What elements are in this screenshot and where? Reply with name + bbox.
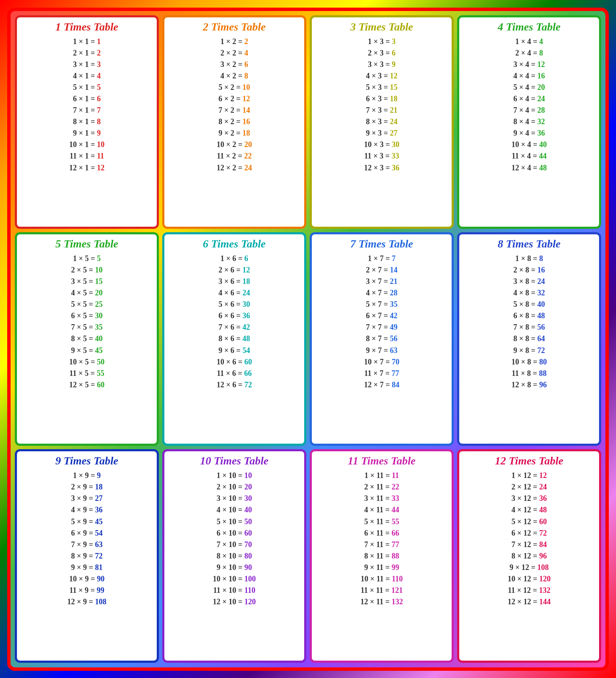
row-result: 12 <box>539 470 547 481</box>
row-result: 132 <box>391 596 403 607</box>
row-equation: 5 × 1 = <box>73 82 97 93</box>
table-row: 2 × 1 = 2 <box>21 47 153 58</box>
row-equation: 7 × 11 = <box>364 539 392 550</box>
table-body-12: 1 × 12 = 122 × 12 = 243 × 12 = 364 × 12 … <box>463 470 595 656</box>
row-result: 14 <box>390 264 397 275</box>
table-row: 10 × 10 = 100 <box>169 573 300 584</box>
table-row: 11 × 12 = 132 <box>463 585 595 596</box>
table-row: 12 × 2 = 24 <box>169 162 300 173</box>
row-result: 63 <box>95 539 103 550</box>
row-equation: 3 × 3 = <box>368 59 392 70</box>
table-title-5: 5 Times Table <box>21 238 153 250</box>
table-row: 1 × 4 = 4 <box>463 36 595 47</box>
table-row: 12 × 9 = 108 <box>21 596 153 607</box>
row-equation: 4 × 2 = <box>220 70 244 81</box>
row-result: 18 <box>242 128 250 139</box>
table-row: 9 × 2 = 18 <box>169 128 300 139</box>
row-equation: 5 × 2 = <box>219 82 243 93</box>
table-row: 6 × 1 = 6 <box>21 93 153 104</box>
table-row: 12 × 8 = 96 <box>463 379 595 390</box>
table-body-1: 1 × 1 = 12 × 1 = 23 × 1 = 34 × 1 = 45 × … <box>21 36 153 222</box>
table-row: 10 × 6 = 60 <box>169 356 300 367</box>
row-equation: 6 × 8 = <box>513 310 538 321</box>
row-equation: 10 × 7 = <box>364 356 392 367</box>
table-row: 2 × 4 = 8 <box>463 47 595 58</box>
row-equation: 9 × 3 = <box>366 128 390 139</box>
row-result: 50 <box>97 356 105 367</box>
table-row: 5 × 4 = 20 <box>463 82 595 93</box>
row-result: 60 <box>244 528 252 539</box>
table-row: 4 × 10 = 40 <box>169 504 300 515</box>
row-equation: 1 × 3 = <box>368 36 392 47</box>
row-result: 15 <box>390 82 397 93</box>
row-result: 108 <box>537 562 549 573</box>
table-row: 4 × 12 = 48 <box>463 504 595 515</box>
table-row: 12 × 11 = 132 <box>316 596 447 607</box>
row-result: 100 <box>244 573 256 584</box>
table-row: 4 × 5 = 20 <box>21 287 153 298</box>
table-row: 12 × 7 = 84 <box>316 379 447 390</box>
row-result: 120 <box>539 573 551 584</box>
row-equation: 6 × 1 = <box>73 93 97 104</box>
row-equation: 11 × 3 = <box>364 150 392 161</box>
row-equation: 3 × 4 = <box>513 59 538 70</box>
row-equation: 12 × 5 = <box>69 379 97 390</box>
row-equation: 9 × 1 = <box>73 128 97 139</box>
row-equation: 10 × 11 = <box>361 573 392 584</box>
row-equation: 6 × 9 = <box>71 528 95 539</box>
table-row: 10 × 9 = 90 <box>21 573 153 584</box>
table-row: 10 × 2 = 20 <box>169 139 300 150</box>
row-result: 10 <box>244 470 252 481</box>
row-equation: 6 × 2 = <box>219 93 243 104</box>
row-result: 36 <box>95 504 103 515</box>
row-equation: 10 × 1 = <box>69 139 97 150</box>
table-row: 11 × 11 = 121 <box>316 585 447 596</box>
table-row: 9 × 12 = 108 <box>463 562 595 573</box>
table-title-1: 1 Times Table <box>21 21 153 33</box>
row-result: 36 <box>242 310 250 321</box>
times-table-card-2: 2 Times Table1 × 2 = 22 × 2 = 43 × 2 = 6… <box>162 15 306 229</box>
row-result: 2 <box>97 47 101 58</box>
row-result: 99 <box>97 585 104 596</box>
row-equation: 6 × 7 = <box>366 310 390 321</box>
table-row: 2 × 6 = 12 <box>169 264 300 275</box>
table-row: 8 × 12 = 96 <box>463 550 595 561</box>
row-equation: 6 × 4 = <box>513 93 538 104</box>
row-equation: 4 × 7 = <box>366 287 390 298</box>
row-result: 42 <box>390 310 397 321</box>
row-result: 40 <box>95 333 103 344</box>
row-equation: 10 × 3 = <box>364 139 392 150</box>
table-row: 4 × 6 = 24 <box>169 287 300 298</box>
row-equation: 4 × 5 = <box>71 287 95 298</box>
row-equation: 9 × 12 = <box>510 562 538 573</box>
row-result: 30 <box>95 310 103 321</box>
row-result: 10 <box>242 82 250 93</box>
table-row: 12 × 10 = 120 <box>169 596 300 607</box>
table-row: 10 × 5 = 50 <box>21 356 153 367</box>
table-row: 12 × 12 = 144 <box>463 596 595 607</box>
row-result: 4 <box>244 47 248 58</box>
table-row: 6 × 6 = 36 <box>169 310 300 321</box>
row-equation: 2 × 9 = <box>71 481 95 492</box>
row-equation: 8 × 10 = <box>216 550 244 561</box>
table-row: 11 × 1 = 11 <box>21 150 153 161</box>
row-equation: 1 × 1 = <box>73 36 97 47</box>
row-equation: 9 × 10 = <box>216 562 244 573</box>
table-row: 8 × 3 = 24 <box>316 116 447 127</box>
table-body-8: 1 × 8 = 82 × 8 = 163 × 8 = 244 × 8 = 325… <box>463 253 595 439</box>
row-result: 12 <box>390 70 397 81</box>
row-result: 90 <box>97 573 105 584</box>
row-equation: 4 × 12 = <box>511 504 539 515</box>
row-equation: 2 × 6 = <box>219 264 243 275</box>
table-row: 9 × 5 = 45 <box>21 345 153 356</box>
table-row: 2 × 2 = 4 <box>169 47 300 58</box>
table-row: 2 × 7 = 14 <box>316 264 447 275</box>
row-equation: 12 × 12 = <box>508 596 539 607</box>
table-row: 5 × 6 = 30 <box>169 299 300 310</box>
row-result: 72 <box>537 345 545 356</box>
row-equation: 4 × 6 = <box>219 287 243 298</box>
row-result: 24 <box>242 287 250 298</box>
row-result: 24 <box>537 276 545 287</box>
table-row: 4 × 4 = 16 <box>463 70 595 81</box>
row-result: 10 <box>97 139 105 150</box>
